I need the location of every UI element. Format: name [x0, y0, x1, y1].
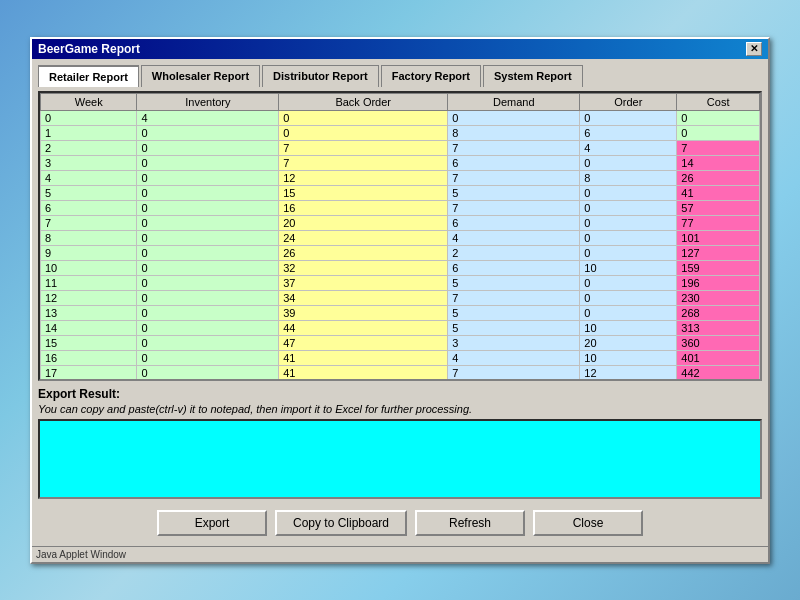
tab-bar: Retailer Report Wholesaler Report Distri… — [38, 65, 762, 87]
data-table-container[interactable]: Week Inventory Back Order Demand Order C… — [38, 91, 762, 381]
table-row: 1303950268 — [41, 305, 760, 320]
export-textarea[interactable] — [38, 419, 762, 499]
data-table: Week Inventory Back Order Demand Order C… — [40, 93, 760, 381]
table-row: 10032610159 — [41, 260, 760, 275]
tab-system[interactable]: System Report — [483, 65, 583, 87]
table-row: 207747 — [41, 140, 760, 155]
java-applet-label: Java Applet Window — [32, 546, 768, 562]
export-hint: You can copy and paste(ctrl-v) it to not… — [38, 403, 762, 415]
export-section: Export Result: You can copy and paste(ct… — [38, 387, 762, 502]
export-button[interactable]: Export — [157, 510, 267, 536]
table-row: 17041712442 — [41, 365, 760, 380]
col-header-demand: Demand — [448, 93, 580, 110]
table-row: 60167057 — [41, 200, 760, 215]
window-title: BeerGame Report — [38, 42, 140, 56]
col-header-backorder: Back Order — [279, 93, 448, 110]
table-row: 1103750196 — [41, 275, 760, 290]
table-row: 180421010484 — [41, 380, 760, 381]
tab-distributor[interactable]: Distributor Report — [262, 65, 379, 87]
table-row: 70206077 — [41, 215, 760, 230]
tab-wholesaler[interactable]: Wholesaler Report — [141, 65, 260, 87]
col-header-week: Week — [41, 93, 137, 110]
close-icon[interactable]: ✕ — [746, 42, 762, 56]
table-row: 1203470230 — [41, 290, 760, 305]
refresh-button[interactable]: Refresh — [415, 510, 525, 536]
col-header-order: Order — [580, 93, 677, 110]
title-bar: BeerGame Report ✕ — [32, 39, 768, 59]
col-header-cost: Cost — [677, 93, 760, 110]
main-window: BeerGame Report ✕ Retailer Report Wholes… — [30, 37, 770, 564]
table-row: 15047320360 — [41, 335, 760, 350]
export-label: Export Result: — [38, 387, 762, 401]
table-row: 40127826 — [41, 170, 760, 185]
table-row: 3076014 — [41, 155, 760, 170]
copy-button[interactable]: Copy to Clipboard — [275, 510, 407, 536]
table-row: 50155041 — [41, 185, 760, 200]
table-row: 802440101 — [41, 230, 760, 245]
tab-factory[interactable]: Factory Report — [381, 65, 481, 87]
close-button[interactable]: Close — [533, 510, 643, 536]
col-header-inventory: Inventory — [137, 93, 279, 110]
table-row: 040000 — [41, 110, 760, 125]
button-bar: Export Copy to Clipboard Refresh Close — [38, 510, 762, 540]
table-row: 14044510313 — [41, 320, 760, 335]
table-row: 902620127 — [41, 245, 760, 260]
table-row: 16041410401 — [41, 350, 760, 365]
tab-retailer[interactable]: Retailer Report — [38, 65, 139, 87]
table-row: 100860 — [41, 125, 760, 140]
window-content: Retailer Report Wholesaler Report Distri… — [32, 59, 768, 546]
